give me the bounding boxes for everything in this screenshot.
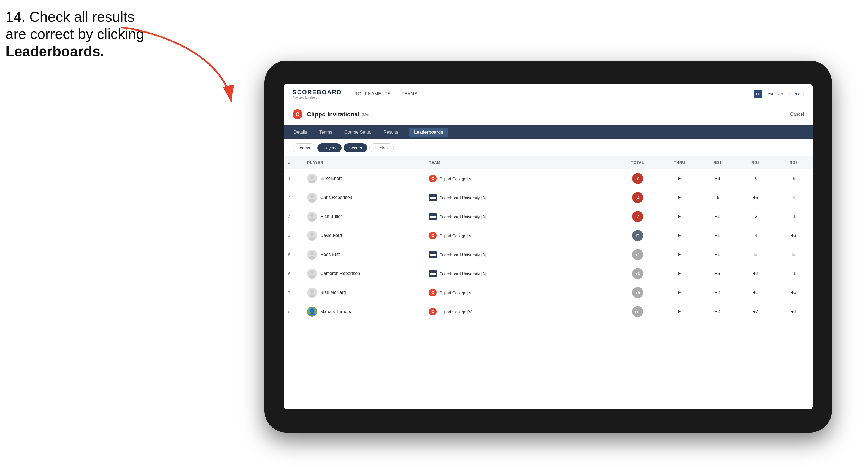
nav-tournaments[interactable]: TOURNAMENTS: [355, 91, 391, 96]
cell-rd1: +2: [699, 283, 737, 302]
cell-player: Elliot Ebert: [303, 169, 425, 188]
cell-rd2: -6: [737, 169, 775, 188]
cell-rd1: +3: [699, 169, 737, 188]
col-header-player: PLAYER: [303, 156, 425, 169]
team-name: Clippd College [A]: [439, 234, 472, 238]
team-icon-scoreboard: [429, 270, 437, 277]
team-name: Scoreboard University [A]: [439, 195, 486, 200]
cell-total: -8: [615, 169, 660, 188]
svg-point-26: [309, 294, 315, 298]
team-name: Clippd College [A]: [439, 290, 472, 295]
col-header-rd3: RD3: [775, 156, 813, 169]
cell-rank: 3: [284, 207, 303, 226]
svg-rect-22: [430, 272, 435, 273]
team-icon-clippd: C: [429, 175, 437, 182]
cell-total: +9: [615, 283, 660, 302]
filter-bar: Teams Players Scores Strokes: [284, 139, 813, 156]
table-row: 7Blair McHargCClippd College [A]+9F+2+1+…: [284, 283, 813, 302]
score-badge: -4: [632, 192, 643, 203]
cell-team: Scoreboard University [A]: [425, 245, 615, 264]
filter-players[interactable]: Players: [317, 143, 342, 152]
cell-team: CClippd College [A]: [425, 169, 615, 188]
cell-rd2: +1: [737, 283, 775, 302]
player-name: Elliot Ebert: [320, 176, 342, 181]
svg-rect-24: [430, 274, 435, 275]
cell-player: David Ford: [303, 226, 425, 245]
score-badge: +11: [632, 306, 643, 317]
table-body: 1Elliot EbertCClippd College [A]-8F+3-6-…: [284, 169, 813, 321]
filter-teams[interactable]: Teams: [292, 143, 315, 152]
leaderboard-table-container: # PLAYER TEAM TOTAL THRU RD1 RD2 RD3 1El…: [284, 156, 813, 409]
team-icon-scoreboard: [429, 213, 437, 220]
table-row: 4David FordCClippd College [A]EF+1-4+3: [284, 226, 813, 245]
team-name: Scoreboard University [A]: [439, 214, 486, 219]
cell-team: CClippd College [A]: [425, 226, 615, 245]
svg-rect-19: [430, 255, 435, 256]
nav-right: TU Test User | Sign out: [754, 90, 804, 98]
tournament-badge: (Men): [362, 112, 372, 117]
player-name: David Ford: [320, 233, 342, 238]
cell-team: CClippd College [A]: [425, 283, 615, 302]
col-header-thru: THRU: [660, 156, 698, 169]
col-header-rd2: RD2: [737, 156, 775, 169]
tab-teams[interactable]: Teams: [318, 128, 333, 137]
table-header-row: # PLAYER TEAM TOTAL THRU RD1 RD2 RD3: [284, 156, 813, 169]
cell-thru: F: [660, 302, 698, 321]
filter-strokes[interactable]: Strokes: [369, 143, 394, 152]
player-name: Blair McHarg: [320, 290, 346, 295]
tab-bar: Details Teams Course Setup Results Leade…: [284, 125, 813, 139]
signout-link[interactable]: Sign out: [789, 91, 804, 96]
team-icon-clippd: C: [429, 232, 437, 240]
score-badge: +9: [632, 287, 643, 298]
cancel-button[interactable]: Cancel: [790, 112, 804, 117]
cell-total: -2: [615, 207, 660, 226]
svg-rect-5: [430, 196, 435, 196]
filter-scores[interactable]: Scores: [344, 143, 367, 152]
nav-teams[interactable]: TEAMS: [402, 91, 417, 96]
cell-thru: F: [660, 264, 698, 283]
tab-results[interactable]: Results: [382, 128, 399, 137]
cell-rank: 6: [284, 264, 303, 283]
cell-rank: 5: [284, 245, 303, 264]
cell-player: Rees Britt: [303, 245, 425, 264]
cell-rd1: +5: [699, 264, 737, 283]
player-avatar: [307, 212, 317, 221]
cell-rd3: +6: [775, 283, 813, 302]
player-name: Rees Britt: [320, 252, 340, 257]
cell-team: Scoreboard University [A]: [425, 264, 615, 283]
cell-team: Scoreboard University [A]: [425, 207, 615, 226]
cell-rd3: -1: [775, 264, 813, 283]
tab-details[interactable]: Details: [292, 128, 308, 137]
svg-point-21: [309, 275, 315, 279]
player-name: Marcus Turners: [320, 309, 351, 314]
svg-point-8: [310, 213, 314, 217]
leaderboard-table: # PLAYER TEAM TOTAL THRU RD1 RD2 RD3 1El…: [284, 156, 813, 321]
team-name: Scoreboard University [A]: [439, 271, 486, 276]
player-avatar: [307, 230, 317, 241]
score-badge: -8: [632, 173, 643, 184]
table-row: 8👤Marcus TurnersCClippd College [A]+11F+…: [284, 302, 813, 321]
cell-player: Blair McHarg: [303, 283, 425, 302]
cell-thru: F: [660, 226, 698, 245]
col-header-team: TEAM: [425, 156, 615, 169]
cell-rd3: -5: [775, 169, 813, 188]
player-avatar: [307, 269, 317, 279]
cell-team: CClippd College [A]: [425, 302, 615, 321]
svg-point-25: [310, 289, 314, 293]
table-row: 3Rich ButlerScoreboard University [A]-2F…: [284, 207, 813, 226]
col-header-rank: #: [284, 156, 303, 169]
score-badge: E: [632, 230, 643, 241]
svg-point-9: [309, 218, 315, 221]
svg-rect-6: [430, 197, 435, 198]
tab-course-setup[interactable]: Course Setup: [343, 128, 372, 137]
cell-player: Cameron Robertson: [303, 264, 425, 283]
cell-rank: 2: [284, 188, 303, 207]
instruction-text: 14. Check all results are correct by cli…: [5, 8, 144, 60]
svg-point-1: [310, 175, 314, 179]
tab-leaderboards[interactable]: Leaderboards: [409, 128, 448, 137]
tournament-header: C Clippd Invitational (Men) Cancel: [284, 104, 813, 125]
svg-rect-18: [430, 254, 435, 255]
team-icon-scoreboard: [429, 194, 437, 201]
cell-rank: 1: [284, 169, 303, 188]
svg-point-2: [309, 180, 315, 184]
